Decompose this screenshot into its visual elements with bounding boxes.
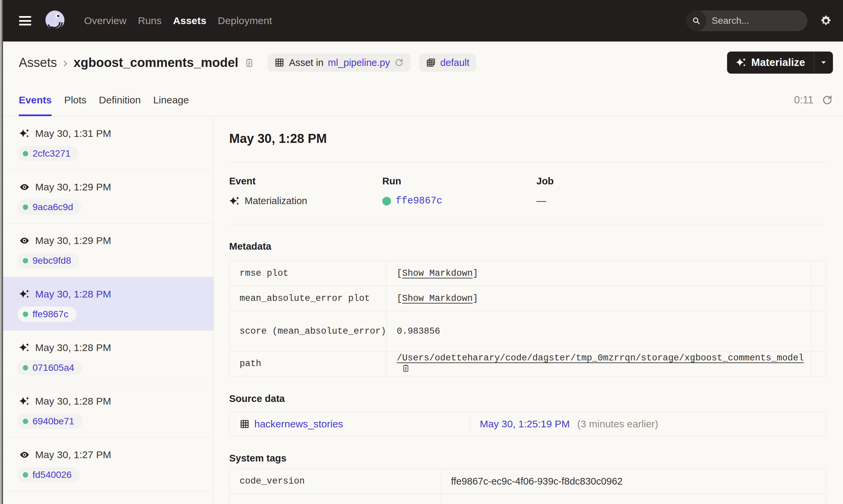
tab-lineage[interactable]: Lineage — [153, 84, 189, 116]
metadata-table-body: rmse plot[Show Markdown]mean_absolute_er… — [229, 261, 826, 377]
top-nav: Overview Runs Assets Deployment / — [0, 0, 843, 41]
metadata-key: mean_absolute_error plot — [229, 286, 386, 311]
source-data-heading: Source data — [229, 393, 826, 404]
nav-item-deployment[interactable]: Deployment — [218, 15, 272, 26]
path-link[interactable]: /Users/odetteharary/code/dagster/tmp_0mz… — [397, 353, 804, 363]
asset-tabs: Events Plots Definition Lineage 0:11 — [0, 84, 843, 116]
sparkle-icon — [736, 57, 746, 68]
run-id-badge[interactable]: 071605a4 — [17, 360, 82, 376]
system-tag-row — [229, 494, 826, 504]
run-id-label: fd540026 — [33, 470, 72, 480]
nav-item-overview[interactable]: Overview — [84, 15, 127, 26]
run-status-dot — [382, 197, 391, 205]
run-id-badge[interactable]: ffe9867c — [17, 307, 76, 322]
source-asset-link[interactable]: hackernews_stories — [240, 418, 469, 430]
run-id-badge[interactable]: fd540026 — [17, 467, 80, 483]
event-list-item[interactable]: May 30, 1:28 PM 071605a4 — [0, 331, 213, 384]
materialization-icon — [229, 196, 240, 206]
eye-icon — [19, 235, 30, 246]
event-list: May 30, 1:31 PM 2cfc3271 May 30, 1:29 PM… — [0, 116, 214, 504]
show-markdown-link[interactable]: Show Markdown — [402, 293, 473, 304]
run-id-badge[interactable]: 9aca6c9d — [17, 199, 81, 215]
search-input[interactable] — [706, 15, 808, 26]
copy-path-icon[interactable] — [401, 363, 410, 373]
run-status-dot — [23, 258, 28, 264]
system-tag-value: ffe9867c-ec9c-4f06-939c-f8dc830c0962 — [441, 469, 826, 494]
event-timestamp: May 30, 1:31 PM — [35, 128, 111, 139]
run-id-badge[interactable]: 6940be71 — [17, 414, 82, 429]
materialize-dropdown-button[interactable] — [814, 52, 833, 74]
copy-asset-name-icon[interactable] — [244, 57, 254, 68]
run-id-label: 9ebc9fd8 — [33, 255, 71, 266]
primary-nav: Overview Runs Assets Deployment — [84, 15, 272, 26]
system-tags-body: code_versionffe9867c-ec9c-4f06-939c-f8dc… — [229, 469, 826, 504]
show-markdown-link[interactable]: Show Markdown — [402, 268, 473, 278]
run-id-label: 9aca6c9d — [33, 202, 73, 213]
event-timestamp: May 30, 1:27 PM — [35, 449, 111, 461]
repo-icon — [426, 57, 436, 68]
source-data-row: hackernews_stories May 30, 1:25:19 PM (3… — [229, 412, 826, 436]
event-list-item[interactable]: May 30, 1:27 PM fd540026 — [0, 438, 213, 491]
breadcrumb-assets-link[interactable]: Assets — [19, 56, 57, 70]
run-id-label: 071605a4 — [33, 362, 74, 373]
run-id-label: 6940be71 — [33, 416, 74, 427]
repository-link[interactable]: default — [440, 57, 469, 68]
materialize-split-button: Materialize — [727, 52, 833, 74]
code-location-badge[interactable]: Asset in ml_pipeline.py — [268, 54, 410, 72]
event-timestamp: May 30, 1:28 PM — [35, 342, 111, 354]
event-list-item[interactable]: May 30, 1:29 PM 9ebc9fd8 — [0, 223, 213, 277]
run-id-link[interactable]: ffe9867c — [396, 195, 442, 206]
breadcrumb-separator: › — [63, 55, 67, 70]
system-tags-table: code_versionffe9867c-ec9c-4f06-939c-f8dc… — [229, 469, 826, 504]
system-tags-heading: System tags — [229, 453, 826, 464]
run-id-badge[interactable]: 2cfc3271 — [17, 146, 79, 161]
tab-plots[interactable]: Plots — [64, 84, 86, 116]
asset-grid-icon — [240, 419, 250, 429]
eye-icon — [19, 182, 30, 193]
event-type-value: Materialization — [245, 195, 307, 206]
run-status-dot — [23, 311, 28, 317]
run-status-dot — [23, 472, 28, 478]
asset-name-title: xgboost_comments_model — [73, 56, 238, 70]
event-timestamp: May 30, 1:29 PM — [35, 181, 111, 193]
metadata-value: [Show Markdown] — [386, 261, 811, 286]
metadata-row: path/Users/odetteharary/code/dagster/tmp… — [229, 352, 826, 377]
dagster-logo[interactable] — [42, 8, 67, 33]
refresh-icon[interactable] — [822, 94, 833, 106]
run-id-label: ffe9867c — [33, 309, 68, 320]
nav-item-assets[interactable]: Assets — [173, 15, 206, 26]
source-timestamp-link[interactable]: May 30, 1:25:19 PM — [480, 418, 570, 429]
event-list-item[interactable]: May 30, 1:29 PM 9aca6c9d — [0, 170, 213, 223]
global-search[interactable]: / — [686, 11, 808, 31]
search-icon — [686, 11, 706, 31]
code-location-prefix: Asset in — [289, 57, 323, 68]
metadata-row: rmse plot[Show Markdown] — [229, 261, 826, 286]
run-status-dot — [23, 151, 28, 156]
nav-item-runs[interactable]: Runs — [138, 15, 162, 26]
hamburger-menu-icon[interactable] — [19, 16, 31, 25]
event-list-item[interactable]: May 30, 1:31 PM 2cfc3271 — [0, 116, 213, 170]
materialization-icon — [19, 396, 30, 407]
repository-badge[interactable]: default — [419, 54, 476, 72]
metadata-table: rmse plot[Show Markdown]mean_absolute_er… — [229, 261, 826, 377]
metadata-key: rmse plot — [229, 261, 386, 286]
metadata-row: score (mean_absolute_error)0.983856 — [229, 311, 826, 352]
run-id-badge[interactable]: 9ebc9fd8 — [17, 253, 79, 268]
window-edge — [0, 0, 3, 504]
tab-events[interactable]: Events — [19, 84, 52, 116]
event-list-item[interactable]: May 30, 1:28 PM 6940be71 — [0, 384, 213, 438]
materialize-button[interactable]: Materialize — [727, 52, 814, 74]
metadata-value: [Show Markdown] — [386, 286, 811, 311]
metadata-row: mean_absolute_error plot[Show Markdown] — [229, 286, 826, 311]
reload-location-icon[interactable] — [394, 58, 404, 67]
system-tag-key: code_version — [229, 469, 441, 494]
system-tag-row: code_versionffe9867c-ec9c-4f06-939c-f8dc… — [229, 469, 826, 494]
event-list-item[interactable]: May 30, 1:28 PM ffe9867c — [0, 277, 213, 331]
gear-icon[interactable] — [820, 15, 831, 26]
refresh-countdown: 0:11 — [794, 94, 813, 106]
run-status-dot — [23, 204, 28, 210]
code-location-link[interactable]: ml_pipeline.py — [328, 57, 390, 68]
metadata-key: path — [229, 352, 386, 377]
event-detail-panel: May 30, 1:28 PM Event Materialization Ru… — [214, 116, 843, 504]
tab-definition[interactable]: Definition — [99, 84, 141, 116]
